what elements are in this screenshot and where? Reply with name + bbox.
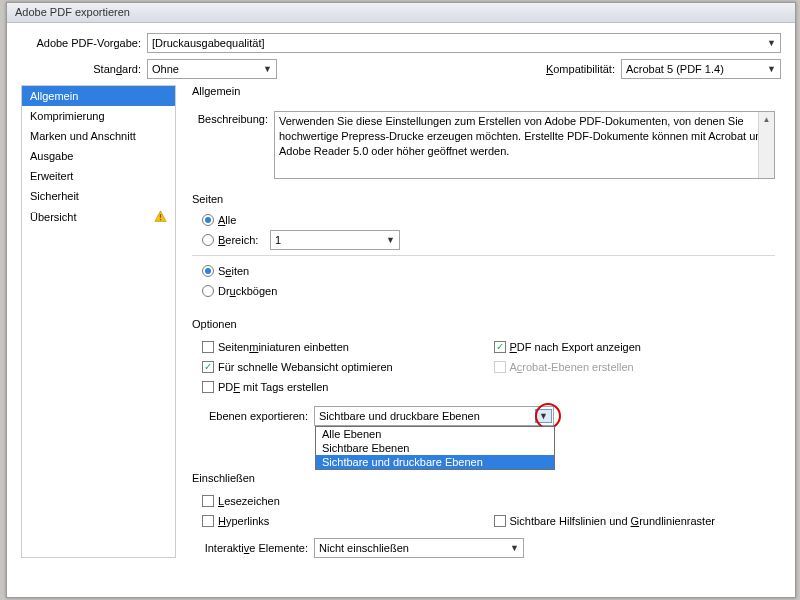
- warning-icon: [154, 210, 167, 223]
- sidebar-item-marks[interactable]: Marken und Anschnitt: [22, 126, 175, 146]
- svg-rect-1: [160, 214, 161, 218]
- titlebar: Adobe PDF exportieren: [7, 3, 795, 23]
- checkbox-icon: ✓: [202, 361, 214, 373]
- thumbs-checkbox[interactable]: Seitenminiaturen einbetten: [202, 338, 484, 356]
- hyperlinks-checkbox[interactable]: Hyperlinks: [202, 512, 484, 530]
- category-sidebar: Allgemein Komprimierung Marken und Ansch…: [21, 85, 176, 558]
- compat-combo[interactable]: Acrobat 5 (PDF 1.4) ▼: [621, 59, 781, 79]
- checkbox-icon: ✓: [494, 341, 506, 353]
- checkbox-icon: [494, 361, 506, 373]
- pdf-preset-combo[interactable]: [Druckausgabequalität] ▼: [147, 33, 781, 53]
- radio-icon: [202, 214, 214, 226]
- sidebar-item-general[interactable]: Allgemein: [22, 86, 175, 106]
- chevron-down-icon: ▼: [767, 64, 776, 74]
- chevron-down-icon: ▼: [535, 409, 552, 423]
- panel-heading: Allgemein: [192, 85, 775, 97]
- pages-all-radio[interactable]: Alle: [202, 211, 775, 229]
- pages-group-title: Seiten: [192, 193, 775, 205]
- svg-rect-2: [160, 219, 161, 220]
- description-label: Beschreibung:: [192, 111, 274, 125]
- checkbox-icon: [202, 381, 214, 393]
- fastweb-checkbox[interactable]: ✓Für schnelle Webansicht optimieren: [202, 358, 484, 376]
- tags-checkbox[interactable]: PDF mit Tags erstellen: [202, 378, 484, 396]
- radio-icon: [202, 265, 214, 277]
- radio-icon: [202, 234, 214, 246]
- guides-checkbox[interactable]: Sichtbare Hilfslinien und Grundlinienras…: [494, 512, 776, 530]
- include-group-title: Einschließen: [192, 472, 775, 484]
- chevron-down-icon: ▼: [767, 38, 776, 48]
- description-textarea[interactable]: Verwenden Sie diese Einstellungen zum Er…: [274, 111, 775, 179]
- pages-pages-radio[interactable]: Seiten: [202, 262, 775, 280]
- bookmarks-checkbox[interactable]: Lesezeichen: [202, 492, 484, 510]
- scrollbar[interactable]: ▲: [758, 112, 774, 178]
- viewpdf-checkbox[interactable]: ✓PDF nach Export anzeigen: [494, 338, 776, 356]
- standard-label: Standard:: [21, 63, 147, 75]
- checkbox-icon: [202, 341, 214, 353]
- radio-icon: [202, 285, 214, 297]
- sidebar-item-summary[interactable]: Übersicht: [22, 206, 175, 227]
- window-title: Adobe PDF exportieren: [15, 6, 130, 18]
- interactive-label: Interaktive Elemente:: [192, 542, 314, 554]
- general-panel: Allgemein Beschreibung: Verwenden Sie di…: [176, 85, 781, 558]
- chevron-down-icon: ▼: [263, 64, 272, 74]
- standard-combo[interactable]: Ohne ▼: [147, 59, 277, 79]
- checkbox-icon: [202, 495, 214, 507]
- options-group-title: Optionen: [192, 318, 775, 330]
- sidebar-item-compression[interactable]: Komprimierung: [22, 106, 175, 126]
- chevron-down-icon: ▼: [386, 235, 395, 245]
- export-layers-combo[interactable]: Sichtbare und druckbare Ebenen ▼ Alle Eb…: [314, 406, 554, 426]
- layers-label: Ebenen exportieren:: [192, 410, 314, 422]
- acrobat-layers-checkbox: Acrobat-Ebenen erstellen: [494, 358, 776, 376]
- range-combo[interactable]: 1 ▼: [270, 230, 400, 250]
- interactive-combo[interactable]: Nicht einschließen ▼: [314, 538, 524, 558]
- sidebar-item-advanced[interactable]: Erweitert: [22, 166, 175, 186]
- chevron-down-icon: ▼: [510, 543, 519, 553]
- dropdown-option-visible[interactable]: Sichtbare Ebenen: [316, 441, 554, 455]
- sidebar-item-output[interactable]: Ausgabe: [22, 146, 175, 166]
- checkbox-icon: [202, 515, 214, 527]
- compat-label: Kompatibilität:: [546, 63, 621, 75]
- export-pdf-dialog: Adobe PDF exportieren Adobe PDF-Vorgabe:…: [6, 2, 796, 598]
- dropdown-option-all[interactable]: Alle Ebenen: [316, 427, 554, 441]
- checkbox-icon: [494, 515, 506, 527]
- pages-spreads-radio[interactable]: Druckbögen: [202, 282, 775, 300]
- preset-label: Adobe PDF-Vorgabe:: [21, 37, 147, 49]
- dropdown-option-visible-printable[interactable]: Sichtbare und druckbare Ebenen: [316, 455, 554, 469]
- pages-range-radio[interactable]: Bereich: 1 ▼: [202, 231, 775, 249]
- sidebar-item-security[interactable]: Sicherheit: [22, 186, 175, 206]
- export-layers-dropdown: Alle Ebenen Sichtbare Ebenen Sichtbare u…: [315, 426, 555, 470]
